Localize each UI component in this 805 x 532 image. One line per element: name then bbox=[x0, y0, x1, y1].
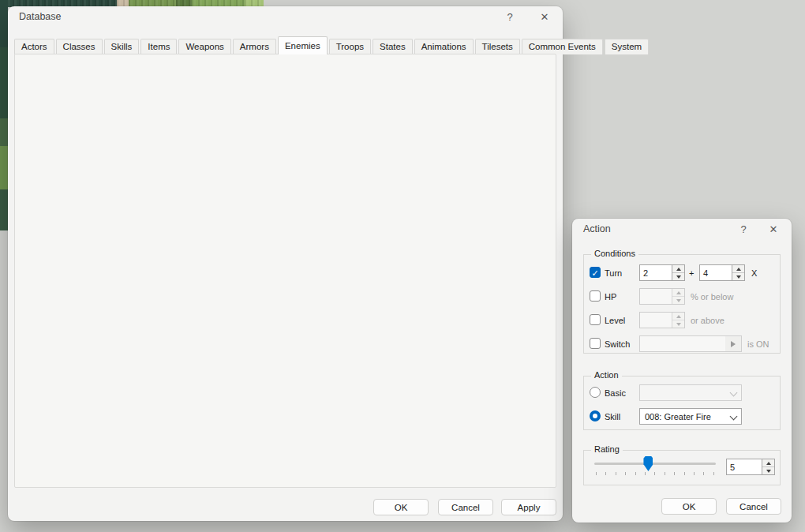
switch-suffix-label: is ON bbox=[747, 339, 769, 349]
tick-mark bbox=[625, 472, 626, 475]
close-icon[interactable]: ✕ bbox=[537, 10, 552, 24]
skill-select[interactable]: 008: Greater Fire bbox=[639, 408, 742, 425]
map-left-strip bbox=[0, 0, 8, 230]
hp-value bbox=[640, 289, 672, 304]
rating-value: 5 bbox=[727, 459, 762, 474]
basic-select[interactable] bbox=[639, 384, 742, 401]
tab-enemies[interactable]: Enemies bbox=[278, 36, 328, 54]
switch-checkbox[interactable] bbox=[590, 338, 601, 349]
chevron-down-icon bbox=[730, 390, 736, 396]
hp-label: HP bbox=[605, 292, 616, 302]
skill-value: 008: Greater Fire bbox=[645, 412, 730, 421]
switch-label: Switch bbox=[605, 339, 630, 349]
spin-up-icon bbox=[672, 289, 684, 296]
apply-button[interactable]: Apply bbox=[501, 499, 556, 515]
chevron-down-icon bbox=[730, 414, 736, 420]
level-checkbox[interactable] bbox=[590, 314, 601, 325]
tab-system[interactable]: System bbox=[605, 39, 649, 54]
rating-group-label: Rating bbox=[591, 444, 623, 454]
screen: Database ? ✕ ActorsClassesSkillsItemsWea… bbox=[0, 0, 805, 532]
tick-mark bbox=[713, 472, 714, 475]
action-group-label: Action bbox=[591, 370, 622, 380]
tab-classes[interactable]: Classes bbox=[56, 39, 103, 54]
tab-actors[interactable]: Actors bbox=[14, 39, 54, 54]
close-icon[interactable]: ✕ bbox=[766, 223, 781, 237]
spin-down-icon bbox=[672, 296, 684, 304]
spin-down-icon[interactable] bbox=[732, 272, 744, 280]
level-suffix-label: or above bbox=[691, 316, 724, 325]
spin-down-icon[interactable] bbox=[672, 272, 684, 280]
tick-mark bbox=[654, 472, 655, 475]
switch-browse-icon[interactable] bbox=[725, 336, 741, 351]
turn-value2-stepper[interactable]: 4 bbox=[699, 264, 745, 281]
spin-up-icon[interactable] bbox=[762, 459, 774, 466]
cancel-button[interactable]: Cancel bbox=[726, 498, 781, 515]
tick-mark bbox=[596, 472, 597, 475]
tab-page-enemies bbox=[14, 54, 556, 488]
level-stepper[interactable] bbox=[639, 312, 685, 328]
basic-label: Basic bbox=[605, 388, 626, 398]
turn-checkbox[interactable] bbox=[590, 267, 601, 278]
switch-field[interactable] bbox=[639, 335, 742, 352]
rating-slider-track[interactable] bbox=[594, 463, 716, 465]
rating-stepper[interactable]: 5 bbox=[726, 459, 775, 475]
tick-mark bbox=[703, 472, 704, 475]
hp-checkbox[interactable] bbox=[590, 290, 601, 302]
tab-bar: ActorsClassesSkillsItemsWeaponsArmorsEne… bbox=[14, 38, 650, 54]
skill-radio[interactable] bbox=[590, 410, 601, 421]
tab-animations[interactable]: Animations bbox=[414, 39, 474, 54]
tab-armors[interactable]: Armors bbox=[233, 39, 276, 54]
spin-down-icon bbox=[672, 320, 684, 328]
tick-mark bbox=[605, 472, 606, 475]
turn-value2: 4 bbox=[700, 265, 732, 280]
tick-mark bbox=[674, 472, 675, 475]
turn-value1: 2 bbox=[640, 265, 672, 280]
tick-mark bbox=[684, 472, 685, 475]
conditions-group-label: Conditions bbox=[591, 249, 638, 258]
help-icon[interactable]: ? bbox=[503, 10, 517, 24]
database-window: Database ? ✕ ActorsClassesSkillsItemsWea… bbox=[8, 6, 563, 521]
tab-tilesets[interactable]: Tilesets bbox=[475, 39, 520, 54]
window-title: Database bbox=[19, 11, 62, 22]
level-label: Level bbox=[605, 316, 625, 325]
spin-up-icon[interactable] bbox=[672, 265, 684, 272]
window-title: Action bbox=[583, 223, 611, 234]
hp-suffix-label: % or below bbox=[691, 292, 733, 302]
tick-mark bbox=[616, 472, 616, 475]
action-dialog: Action ? ✕ Conditions Turn 2 + 4 X HP % … bbox=[572, 219, 792, 523]
spin-up-icon bbox=[672, 313, 684, 320]
hp-stepper[interactable] bbox=[639, 288, 685, 305]
help-icon[interactable]: ? bbox=[736, 223, 751, 237]
ok-button[interactable]: OK bbox=[661, 498, 717, 515]
turn-label: Turn bbox=[605, 268, 622, 278]
tab-items[interactable]: Items bbox=[140, 39, 177, 54]
skill-label: Skill bbox=[605, 412, 620, 421]
ok-button[interactable]: OK bbox=[373, 499, 429, 515]
tick-mark bbox=[665, 472, 665, 475]
tab-weapons[interactable]: Weapons bbox=[178, 39, 230, 54]
tick-mark bbox=[694, 472, 695, 475]
tab-states[interactable]: States bbox=[373, 39, 413, 54]
tab-common-events[interactable]: Common Events bbox=[522, 39, 603, 54]
spin-up-icon[interactable] bbox=[732, 265, 744, 272]
level-value bbox=[640, 313, 672, 328]
turn-value1-stepper[interactable]: 2 bbox=[639, 264, 685, 281]
rating-slider-ticks bbox=[596, 472, 714, 475]
tab-skills[interactable]: Skills bbox=[104, 39, 140, 54]
tick-mark bbox=[635, 472, 636, 475]
tick-mark bbox=[645, 472, 646, 475]
tab-troops[interactable]: Troops bbox=[329, 39, 371, 54]
spin-down-icon[interactable] bbox=[762, 466, 774, 474]
turn-x-label: X bbox=[751, 268, 757, 278]
turn-plus-label: + bbox=[689, 268, 694, 278]
cancel-button[interactable]: Cancel bbox=[438, 499, 493, 515]
basic-radio[interactable] bbox=[590, 387, 601, 398]
